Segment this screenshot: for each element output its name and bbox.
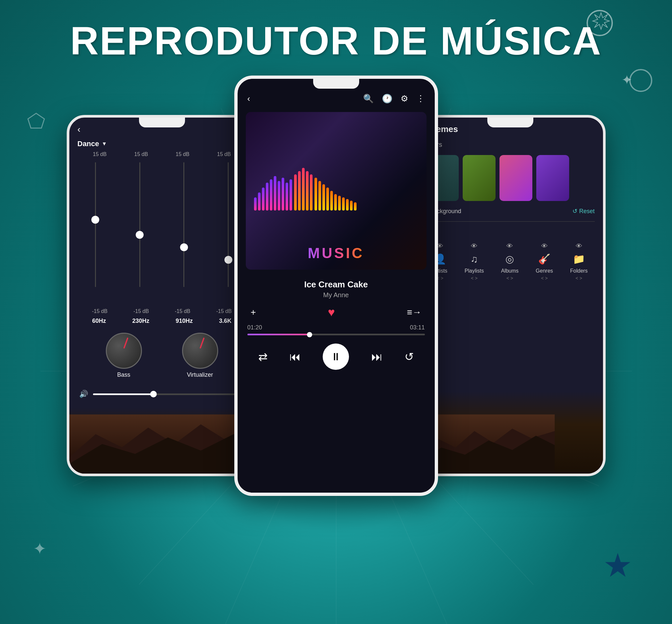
eye-icon-albums: 👁: [506, 242, 513, 250]
queue-button[interactable]: ≡→: [407, 307, 421, 318]
shuffle-button[interactable]: ⇄: [258, 350, 268, 363]
genres-code: < >: [541, 276, 547, 281]
wallpaper-thumb-2[interactable]: [463, 155, 496, 201]
wallpaper-grid: [418, 152, 603, 204]
history-icon[interactable]: 🕐: [382, 94, 392, 104]
tab-albums[interactable]: 👁 ◎ Albums < >: [501, 242, 519, 281]
progress-thumb[interactable]: [307, 332, 312, 337]
more-icon[interactable]: ⋮: [416, 94, 425, 104]
eq-sliders: [69, 159, 255, 307]
virtualizer-knob[interactable]: [182, 333, 218, 369]
svg-rect-21: [258, 192, 260, 210]
svg-marker-16: [28, 113, 44, 128]
wallpaper-thumb-4[interactable]: [536, 155, 569, 201]
svg-rect-28: [285, 183, 288, 210]
tab-genres[interactable]: 👁 🎸 Genres < >: [536, 242, 553, 281]
page-title: REPRODUTOR DE MÚSICA: [0, 18, 672, 63]
eq-slider-3[interactable]: [164, 162, 204, 304]
phones-container: ‹ ON Dance ▼ ≡ 15 dB 15 dB 15 dB 15 dB: [57, 76, 616, 584]
freq-1: 60Hz: [92, 318, 106, 324]
prev-button[interactable]: ⏮: [290, 350, 301, 363]
eq-preset-selector[interactable]: Dance ▼: [69, 138, 255, 150]
preset-name: Dance: [78, 139, 99, 148]
music-label: MUSIC: [308, 245, 365, 261]
svg-rect-27: [282, 178, 284, 210]
favorite-button[interactable]: ♥: [328, 306, 335, 319]
volume-thumb[interactable]: [150, 391, 157, 397]
tabs-section-label: bs: [418, 225, 603, 239]
song-artist: My Anne: [238, 291, 435, 299]
svg-rect-31: [298, 171, 301, 210]
eq-volume: 🔊: [69, 385, 255, 403]
svg-rect-25: [274, 176, 276, 210]
svg-rect-39: [330, 191, 333, 210]
bass-label: Bass: [117, 371, 130, 378]
bass-knob[interactable]: [106, 333, 142, 369]
svg-rect-36: [318, 181, 321, 210]
eq-labels-top: 15 dB 15 dB 15 dB 15 dB: [69, 150, 255, 159]
waveform-visualization: [251, 164, 422, 217]
svg-rect-34: [310, 174, 313, 210]
svg-rect-35: [315, 178, 317, 210]
eye-icon-genres: 👁: [541, 242, 548, 250]
svg-rect-29: [290, 179, 292, 210]
time-total: 03:11: [410, 324, 425, 331]
pause-icon: ⏸: [330, 351, 341, 363]
wallpapers-label: apers: [418, 138, 603, 152]
db-label-4: 15 dB: [217, 151, 231, 157]
reset-button[interactable]: ↺ Reset: [572, 208, 594, 215]
svg-rect-23: [266, 183, 269, 210]
db-bot-1: -15 dB: [92, 308, 107, 314]
virtualizer-label: Virtualizer: [187, 371, 213, 378]
virtualizer-knob-wrap: Virtualizer: [182, 333, 218, 378]
playback-controls: ⇄ ⏮ ⏸ ⏭ ↺: [238, 335, 435, 378]
next-button[interactable]: ⏭: [371, 350, 382, 363]
db-bot-2: -15 dB: [133, 308, 149, 314]
slider-thumb-2[interactable]: [136, 231, 144, 239]
repeat-button[interactable]: ↺: [404, 350, 414, 363]
playlists-label: Playlists: [465, 268, 484, 274]
freq-3: 910Hz: [175, 318, 193, 324]
preset-arrow: ▼: [102, 141, 107, 147]
phone-themes: Themes apers y background ↺ Reset bs 👁 👤…: [415, 115, 606, 476]
back-button[interactable]: ‹: [78, 124, 80, 135]
svg-rect-44: [350, 201, 353, 210]
player-header-icons: 🔍 🕐 ⚙ ⋮: [363, 94, 425, 104]
eq-landscape-bg: [69, 408, 255, 474]
notch-left: [139, 118, 185, 127]
tab-playlists[interactable]: 👁 ♫ Playlists < >: [465, 242, 484, 281]
bg-label-row: y background ↺ Reset: [418, 204, 603, 218]
svg-rect-42: [342, 198, 345, 210]
svg-rect-32: [302, 168, 305, 210]
equalizer-icon[interactable]: ⚙: [401, 94, 408, 104]
eq-slider-1[interactable]: [76, 162, 115, 304]
search-icon[interactable]: 🔍: [363, 94, 374, 104]
folders-icon: 📁: [571, 252, 586, 266]
db-label-3: 15 dB: [176, 151, 190, 157]
eq-slider-2[interactable]: [120, 162, 159, 304]
player-back-button[interactable]: ‹: [247, 94, 250, 104]
themes-divider: [426, 222, 595, 222]
svg-rect-38: [326, 187, 329, 210]
volume-fill: [93, 393, 154, 395]
eq-freq-labels: 60Hz 230Hz 910Hz 3.6K: [69, 316, 255, 326]
slider-thumb-3[interactable]: [180, 243, 188, 251]
svg-rect-40: [334, 194, 337, 210]
notch-right: [487, 118, 533, 127]
add-button[interactable]: +: [251, 307, 256, 318]
progress-bar[interactable]: [247, 334, 425, 335]
progress-fill: [247, 334, 309, 335]
svg-rect-33: [306, 171, 308, 210]
volume-bar[interactable]: [93, 393, 245, 395]
eq-labels-bottom: -15 dB -15 dB -15 dB -15 dB: [69, 307, 255, 316]
tab-folders[interactable]: 👁 📁 Folders < >: [570, 242, 588, 281]
slider-thumb-1[interactable]: [91, 216, 99, 224]
themes-landscape-bg: [418, 391, 603, 474]
albums-icon: ◎: [502, 252, 517, 266]
slider-thumb-4[interactable]: [224, 256, 232, 264]
wallpaper-thumb-3[interactable]: [499, 155, 532, 201]
svg-rect-45: [354, 202, 356, 210]
db-label-2: 15 dB: [134, 151, 148, 157]
pause-button[interactable]: ⏸: [323, 343, 349, 370]
eye-icon-playlists: 👁: [471, 242, 477, 250]
